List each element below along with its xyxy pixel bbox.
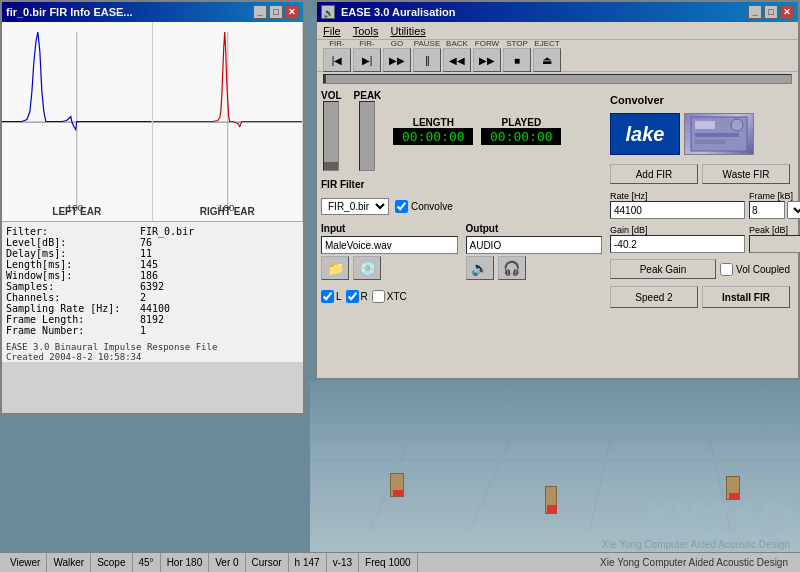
- gain-input[interactable]: [610, 235, 745, 253]
- fir-filter-label: FIR Filter: [321, 179, 364, 190]
- frame-label: Frame [kB]: [749, 191, 800, 201]
- rate-input[interactable]: [610, 201, 745, 219]
- convolver-label: Convolver: [610, 94, 790, 106]
- convolver-logo-area: lake: [610, 113, 790, 155]
- rate-container: Rate [Hz]: [610, 191, 745, 219]
- input-cd-button[interactable]: 💿: [353, 256, 381, 280]
- ease-close-button[interactable]: ✕: [780, 5, 794, 19]
- fir-info-window: fir_0.bir FIR Info EASE... _ □ ✕ 100 LEF…: [0, 0, 305, 415]
- lake-logo: lake: [610, 113, 680, 155]
- statusbar-angle: 45°: [133, 553, 161, 572]
- input-display: MaleVoice.wav: [321, 236, 458, 254]
- statusbar-scope[interactable]: Scope: [91, 553, 132, 572]
- tb-go-button[interactable]: ▶▶: [383, 48, 411, 72]
- samples-value: 6392: [140, 281, 164, 292]
- frame-container: Frame [kB] 8: [749, 191, 800, 219]
- transport-slider[interactable]: [323, 74, 792, 84]
- statusbar-ver-value: 0: [233, 557, 239, 568]
- speaker-body-1: [390, 473, 404, 497]
- input-output-row: Input MaleVoice.wav 📁 💿 Output AUDIO 🔊 🎧: [321, 223, 602, 280]
- frame-select[interactable]: 8: [787, 201, 800, 219]
- played-label: PLAYED: [502, 117, 542, 128]
- frame-input[interactable]: [749, 201, 785, 219]
- fir-close-button[interactable]: ✕: [285, 5, 299, 19]
- tb-fir-prev-group: FIR- |◀: [323, 39, 351, 72]
- tb-stop-label: STOP: [506, 39, 528, 48]
- statusbar-viewer-label: Viewer: [10, 557, 40, 568]
- tb-stop-button[interactable]: ■: [503, 48, 531, 72]
- peak-db-label: Peak [dB]: [749, 225, 800, 235]
- lake-logo-text: lake: [626, 123, 665, 146]
- tb-back-button[interactable]: ◀◀: [443, 48, 471, 72]
- tb-pause-button[interactable]: ‖: [413, 48, 441, 72]
- speaker-body-2: [545, 486, 557, 514]
- tb-eject-button[interactable]: ⏏: [533, 48, 561, 72]
- right-ear-graph: 100 RIGHT EAR: [153, 22, 304, 221]
- tb-fir-next-button[interactable]: ▶|: [353, 48, 381, 72]
- ease-maximize-button[interactable]: □: [764, 5, 778, 19]
- convolve-checkbox-container: Convolve: [395, 200, 453, 213]
- fir-filter-select-row: FIR_0.bir Convolve: [321, 198, 602, 215]
- speed-button[interactable]: Speed 2: [610, 286, 698, 308]
- convolve-label: Convolve: [411, 201, 453, 212]
- vol-coupled-checkbox[interactable]: [720, 263, 733, 276]
- ease-menubar: File Tools Utilities: [317, 22, 798, 40]
- menu-tools[interactable]: Tools: [353, 25, 379, 37]
- ease-minimize-button[interactable]: _: [748, 5, 762, 19]
- vpl-row: VOL PEAK LENGTH 00:00:00 PLAYED: [321, 90, 602, 171]
- menu-utilities[interactable]: Utilities: [390, 25, 425, 37]
- frame-num-label: Frame Number:: [6, 325, 136, 336]
- frame-num-row: Frame Number: 1: [6, 325, 299, 336]
- output-headphone-button[interactable]: 🎧: [498, 256, 526, 280]
- tb-pause-group: PAUSE ‖: [413, 39, 441, 72]
- frame-len-row: Frame Length: 8192: [6, 314, 299, 325]
- fir-maximize-button[interactable]: □: [269, 5, 283, 19]
- output-speaker-button[interactable]: 🔊: [466, 256, 494, 280]
- menu-file[interactable]: File: [323, 25, 341, 37]
- delay-row: Delay[ms]: 11: [6, 248, 299, 259]
- filter-row: Filter: FIR_0.bir: [6, 226, 299, 237]
- vol-slider[interactable]: [323, 101, 339, 171]
- fir-graph-area: 100 LEFT EAR 100 RIGHT EAR: [2, 22, 303, 222]
- tb-fir-prev-button[interactable]: |◀: [323, 48, 351, 72]
- statusbar-scope-label: Scope: [97, 557, 125, 568]
- vol-label: VOL: [321, 90, 342, 101]
- statusbar-hor-value: 180: [186, 557, 203, 568]
- convolve-checkbox[interactable]: [395, 200, 408, 213]
- install-fir-button[interactable]: Install FIR: [702, 286, 790, 308]
- peak-slider[interactable]: [359, 101, 375, 171]
- window-row: Window[ms]: 186: [6, 270, 299, 281]
- scene-speaker-1: [390, 473, 404, 497]
- xtc-checkbox[interactable]: [372, 290, 385, 303]
- length-value: 145: [140, 259, 158, 270]
- filter-value: FIR_0.bir: [140, 226, 194, 237]
- peak-gain-button[interactable]: Peak Gain: [610, 259, 716, 279]
- lr-l-checkbox[interactable]: [321, 290, 334, 303]
- gain-container: Gain [dB]: [610, 225, 745, 253]
- statusbar-freq-value: 1000: [388, 557, 410, 568]
- output-display: AUDIO: [466, 236, 603, 254]
- gain-peak-row: Gain [dB] Peak [dB]: [610, 225, 790, 253]
- tb-forw-button[interactable]: ▶▶: [473, 48, 501, 72]
- level-label: Level[dB]:: [6, 237, 136, 248]
- fir-filter-select[interactable]: FIR_0.bir: [321, 198, 389, 215]
- fir-minimize-button[interactable]: _: [253, 5, 267, 19]
- slider-thumb: [324, 75, 326, 83]
- tb-back-group: BACK ◀◀: [443, 39, 471, 72]
- peak-db-input: [749, 235, 800, 253]
- length-row: Length[ms]: 145: [6, 259, 299, 270]
- add-fir-button[interactable]: Add FIR: [610, 164, 698, 184]
- statusbar-walker[interactable]: Walker: [47, 553, 91, 572]
- waste-fir-button[interactable]: Waste FIR: [702, 164, 790, 184]
- channels-label: Channels:: [6, 292, 136, 303]
- channels-value: 2: [140, 292, 146, 303]
- ease-window-title: EASE 3.0 Auralisation: [341, 6, 456, 18]
- lr-r-checkbox[interactable]: [346, 290, 359, 303]
- fir-info-area: Filter: FIR_0.bir Level[dB]: 76 Delay[ms…: [2, 222, 303, 362]
- peak-gain-row: Peak Gain Vol Coupled: [610, 259, 790, 279]
- input-folder-button[interactable]: 📁: [321, 256, 349, 280]
- statusbar-viewer[interactable]: Viewer: [4, 553, 47, 572]
- length-display: 00:00:00: [393, 128, 473, 145]
- statusbar-v-value: v-13: [333, 557, 352, 568]
- sampling-label: Sampling Rate [Hz]:: [6, 303, 136, 314]
